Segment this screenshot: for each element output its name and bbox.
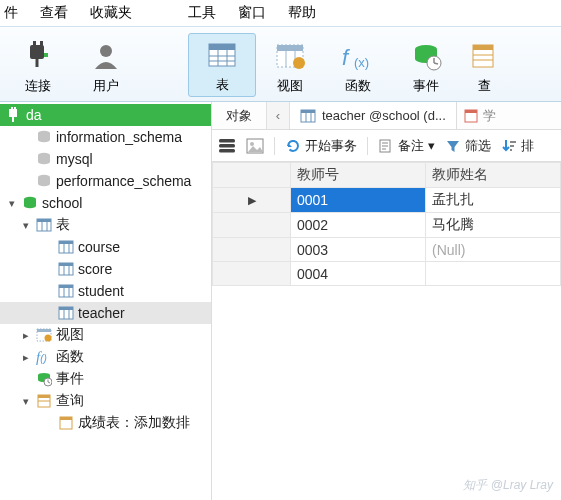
- tab-strip: 对象 ‹ teacher @school (d... 学: [212, 102, 561, 130]
- tab-objects[interactable]: 对象: [212, 102, 266, 129]
- chevron-left-icon: ‹: [276, 108, 280, 123]
- chevron-down-icon[interactable]: ▾: [6, 197, 18, 210]
- tree-table-label: score: [78, 261, 112, 277]
- data-grid[interactable]: 教师号 教师姓名 ▶ 0001 孟扎扎 0002 马化腾 0003: [212, 162, 561, 286]
- tree-table-teacher[interactable]: teacher: [0, 302, 211, 324]
- chevron-right-icon[interactable]: ▸: [20, 329, 32, 342]
- svg-rect-46: [59, 285, 73, 288]
- ribbon-table[interactable]: 表: [188, 33, 256, 97]
- grid-cell-id[interactable]: 0002: [291, 213, 426, 238]
- svg-text:(x): (x): [354, 55, 369, 70]
- tree-views-label: 视图: [56, 326, 84, 344]
- filter-icon: [445, 138, 461, 154]
- ribbon-view[interactable]: 视图: [256, 35, 324, 97]
- grid-row[interactable]: 0002 马化腾: [213, 213, 561, 238]
- svg-rect-3: [44, 53, 48, 57]
- tree-queries-group[interactable]: ▾ 查询: [0, 390, 211, 412]
- grid-cell-id[interactable]: 0004: [291, 262, 426, 286]
- tab-prev-button[interactable]: ‹: [266, 102, 290, 129]
- toolbar-filter[interactable]: 筛选: [445, 137, 491, 155]
- svg-rect-64: [60, 417, 72, 420]
- toolbar-memo[interactable]: 备注 ▾: [378, 137, 435, 155]
- ribbon-user[interactable]: 用户: [72, 35, 140, 97]
- svg-point-55: [45, 335, 52, 342]
- tree-db-school[interactable]: ▾ school: [0, 192, 211, 214]
- ribbon-function[interactable]: f(x) 函数: [324, 35, 392, 97]
- toolbar-img-button[interactable]: [246, 138, 264, 154]
- menu-bar: 件 查看 收藏夹 工具 窗口 帮助: [0, 0, 561, 26]
- grid-cell-name[interactable]: [426, 262, 561, 286]
- tree-table-label: teacher: [78, 305, 125, 321]
- ribbon-query[interactable]: 查: [460, 35, 508, 97]
- toolbar-sort[interactable]: 排: [501, 137, 534, 155]
- grid-col-id[interactable]: 教师号: [291, 163, 426, 188]
- tree-query-item[interactable]: 成绩表：添加数排: [0, 412, 211, 434]
- grid-cell-name[interactable]: 马化腾: [426, 213, 561, 238]
- tree-db-label: school: [42, 195, 82, 211]
- tree-tables-group[interactable]: ▾ 表: [0, 214, 211, 236]
- menu-help[interactable]: 帮助: [288, 4, 316, 22]
- menu-view[interactable]: 查看: [40, 4, 68, 22]
- tree-db-label: performance_schema: [56, 173, 191, 189]
- grid-row[interactable]: 0003 (Null): [213, 238, 561, 262]
- grid-cell-id[interactable]: 0001: [291, 188, 426, 213]
- toolbar-rows-button[interactable]: [218, 138, 236, 154]
- ribbon-table-label: 表: [216, 76, 229, 94]
- grid-body: ▶ 0001 孟扎扎 0002 马化腾 0003 (Null) 0004: [213, 188, 561, 286]
- tab-extra-label: 学: [483, 107, 496, 125]
- event-icon: [36, 371, 52, 387]
- svg-point-15: [293, 57, 305, 69]
- chevron-down-icon[interactable]: ▾: [20, 219, 32, 232]
- tree-table-student[interactable]: student: [0, 280, 211, 302]
- svg-line-21: [434, 63, 438, 64]
- ribbon-connect[interactable]: 连接: [4, 35, 72, 97]
- grid-cell-name[interactable]: 孟扎扎: [426, 188, 561, 213]
- grid-col-name[interactable]: 教师姓名: [426, 163, 561, 188]
- tab-extra[interactable]: 学: [457, 107, 502, 125]
- chevron-right-icon[interactable]: ▸: [20, 351, 32, 364]
- grid-row[interactable]: ▶ 0001 孟扎扎: [213, 188, 561, 213]
- ribbon-event[interactable]: 事件: [392, 35, 460, 97]
- menu-fav[interactable]: 收藏夹: [90, 4, 132, 22]
- object-tree: da information_schema mysql performance_…: [0, 102, 212, 500]
- ribbon-event-label: 事件: [413, 77, 439, 95]
- menu-window[interactable]: 窗口: [238, 4, 266, 22]
- menu-tools[interactable]: 工具: [188, 4, 216, 22]
- database-icon: [36, 151, 52, 167]
- query-icon: [463, 108, 479, 124]
- sort-icon: [501, 138, 517, 154]
- grid-cell-null[interactable]: (Null): [426, 238, 561, 262]
- database-icon: [36, 173, 52, 189]
- tab-open-table[interactable]: teacher @school (d...: [290, 102, 457, 129]
- tree-views-group[interactable]: ▸ 视图: [0, 324, 211, 346]
- tree-db-mysql[interactable]: mysql: [0, 148, 211, 170]
- main-area: da information_schema mysql performance_…: [0, 102, 561, 500]
- tree-table-course[interactable]: course: [0, 236, 211, 258]
- table-icon: [36, 217, 52, 233]
- svg-rect-34: [37, 219, 51, 222]
- grid-corner: [213, 163, 291, 188]
- svg-rect-28: [14, 107, 16, 110]
- tree-table-score[interactable]: score: [0, 258, 211, 280]
- tree-connection-root[interactable]: da: [0, 104, 211, 126]
- tree-events-group[interactable]: 事件: [0, 368, 211, 390]
- svg-rect-12: [277, 45, 303, 51]
- tree-functions-group[interactable]: ▸ f() 函数: [0, 346, 211, 368]
- grid-cell-id[interactable]: 0003: [291, 238, 426, 262]
- tree-db-performance-schema[interactable]: performance_schema: [0, 170, 211, 192]
- tree-db-information-schema[interactable]: information_schema: [0, 126, 211, 148]
- plug-small-icon: [6, 107, 22, 123]
- chevron-down-icon[interactable]: ▾: [20, 395, 32, 408]
- svg-rect-70: [465, 110, 477, 113]
- table-icon: [58, 239, 74, 255]
- grid-row[interactable]: 0004: [213, 262, 561, 286]
- toolbar-begin-tx[interactable]: 开始事务: [285, 137, 357, 155]
- row-indicator-icon: ▶: [213, 188, 291, 213]
- menu-file[interactable]: 件: [4, 4, 18, 22]
- ribbon-connect-label: 连接: [25, 77, 51, 95]
- query-icon: [36, 393, 52, 409]
- svg-rect-73: [219, 149, 235, 153]
- row-indicator: [213, 238, 291, 262]
- svg-rect-38: [59, 241, 73, 244]
- ribbon-function-label: 函数: [345, 77, 371, 95]
